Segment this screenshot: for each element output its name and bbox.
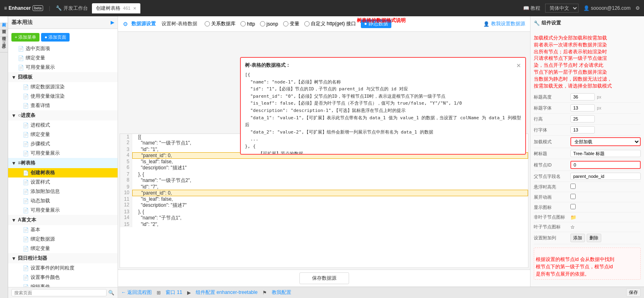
left-panel: 基本用法 ▶ + 添加菜单 ● 添加页面 📄 选中页面项 📄 绑定变量 📄 可用… (8, 16, 118, 298)
prop-row-font: 行字体 (534, 125, 641, 136)
vtab-page-manage[interactable]: 页面管理 (0, 23, 8, 30)
popup-content: [{ "name": "node-1",【必须】树节点的名称 "id": "1"… (245, 71, 521, 155)
help-datasource-btn[interactable]: 👤 教我设置数据源 (483, 20, 525, 27)
list-item[interactable]: 📄 可用变量展示 (8, 149, 118, 158)
component-config-link[interactable]: 组件配置 enhancer-treetable (196, 289, 258, 296)
list-item[interactable]: 📄 动态加载 (8, 196, 118, 206)
radio-http[interactable]: http (240, 21, 255, 27)
center-area: ⚙ 数据源设置 设置树-表格数据 关系数据库 http (118, 16, 530, 287)
back-to-flow-link[interactable]: ← 返回流程图 (121, 289, 152, 296)
popup-title: 树-表格的数据格式： (245, 62, 290, 69)
list-item[interactable]: 📄 绑定变量 (8, 244, 118, 253)
user-info: 👤 soooon@126.com (583, 5, 631, 11)
search-icon[interactable]: 🔍 (108, 290, 114, 296)
label-height-input[interactable] (570, 93, 595, 101)
vtab-http[interactable]: 自定义 Http (0, 37, 8, 53)
right-panel: 🔧 组件设置 加载模式分为全部加载和按需加载 前者表示一次请求所有数据并渲染 出… (530, 16, 644, 287)
radio-static-btn[interactable]: ● 静态数据 (361, 20, 391, 28)
close-tab-icon[interactable]: ✕ (133, 6, 136, 11)
list-item[interactable]: 📄 设置事件的时间粒度 (8, 263, 118, 273)
root-id-input[interactable] (570, 161, 641, 169)
table-row: 12 "description": "描述7" (120, 202, 528, 209)
save-btn-row: 保存数据源 (118, 270, 530, 287)
list-item[interactable]: 📄 绑定变量 (8, 130, 118, 139)
row-height-input[interactable] (570, 115, 595, 123)
radio-jsonp[interactable]: jsonp (260, 21, 278, 27)
prop-label-height: 标题高度 px (534, 92, 641, 103)
list-item-create-tree[interactable]: 📄 创建树表格 (8, 168, 118, 177)
popup-header: 树-表格的数据格式： ✕ (245, 62, 521, 69)
table-row: 15 "id": "2", (120, 221, 528, 227)
app-logo: ≡ Enhancer beta (4, 5, 43, 11)
list-item[interactable]: 📄 绑定数据源 (8, 234, 118, 244)
table-row: 14 "name": "子节点1", (120, 215, 528, 221)
list-item[interactable]: 📄 设置事件颜色 (8, 273, 118, 282)
group-progress[interactable]: ▼ ○进度条 (8, 110, 118, 121)
prop-tree-title-label: 树标题 (534, 151, 570, 157)
search-input[interactable] (11, 289, 107, 296)
popup-close-btn[interactable]: ✕ (516, 62, 521, 69)
bottom-bar: ← 返回流程图 ⊞ 窗口 11 ▶ 组件配置 enhancer-treetabl… (118, 287, 644, 298)
source-types: 关系数据库 http jsonp 变量 (205, 20, 391, 28)
list-item[interactable]: 📄 基本 (8, 225, 118, 234)
prop-non-leaf-icon: 非叶子节点图标 📁 (534, 213, 641, 222)
prop-leaf-icon: 叶子节点图标 ☆ (534, 222, 641, 232)
prop-tree-title: 树标题 (534, 148, 641, 159)
row-font-input[interactable] (570, 126, 595, 134)
list-item[interactable]: 📄 查看详情 (8, 101, 118, 110)
load-mode-select[interactable]: 全部加载 按需加载 (570, 137, 641, 146)
list-item[interactable]: 📄 使用变量做渲染 (8, 92, 118, 101)
guide-link[interactable]: 教我配置 (272, 289, 291, 296)
windows-link[interactable]: 窗口 11 (166, 289, 182, 296)
add-col-btn[interactable]: 添加 (570, 234, 585, 242)
save-datasource-btn[interactable]: 保存数据源 (299, 272, 349, 284)
save-final-btn[interactable]: 保存 (626, 288, 641, 297)
gear-icon: ⚙ (123, 21, 128, 27)
list-item[interactable]: 📄 绑定变量 (8, 53, 118, 63)
settings-icon[interactable]: ⚙ (635, 5, 640, 11)
show-icon-checkbox[interactable] (570, 204, 576, 209)
table-row: 8 "name": "一级子节点2", (120, 177, 528, 184)
list-item[interactable]: 📄 添加附加信息 (8, 187, 118, 196)
left-panel-header: 基本用法 ▶ (8, 16, 118, 29)
tree-title-input[interactable] (570, 150, 641, 157)
group-template[interactable]: ▼ 囧模板 (8, 72, 118, 82)
px-label2: px (597, 106, 601, 110)
prop-expand-anim-label: 展开动画 (534, 194, 570, 200)
vtab-component[interactable]: 组件管理 (0, 30, 8, 37)
radio-db[interactable]: 关系数据库 (205, 20, 236, 27)
prop-expand-anim: 展开动画 (534, 192, 641, 202)
list-item[interactable]: 📄 编辑事件 (8, 282, 118, 287)
radio-var[interactable]: 变量 (283, 20, 299, 27)
table-row: 5 "is_leaf": false, (120, 159, 528, 164)
list-item[interactable]: 📄 设置样式 (8, 177, 118, 187)
expand-anim-checkbox[interactable] (570, 194, 576, 199)
radio-custom-http[interactable]: 自定义 http(get) 接口 (304, 20, 356, 27)
group-rich[interactable]: ▼ A富文本 (8, 215, 118, 225)
annotation-right: 加载模式分为全部加载和按需加载 前者表示一次请求所有数据并渲染 出所有节点；后者… (534, 29, 641, 89)
hover-highlight-checkbox[interactable] (570, 184, 576, 189)
prop-label-height-label: 标题高度 (534, 94, 570, 100)
parent-field-input[interactable] (570, 173, 641, 180)
group-calendar[interactable]: ▼ 囧日程计划器 (8, 253, 118, 263)
list-item[interactable]: 📄 绑定数据源渲染 (8, 82, 118, 92)
list-item[interactable]: 📄 进程模式 (8, 121, 118, 130)
del-col-btn[interactable]: 删除 (587, 234, 601, 242)
language-select[interactable]: 简体中文 (545, 4, 579, 13)
prop-row-font-label: 行字体 (534, 127, 570, 133)
tutorial-link[interactable]: 📖 教程 (523, 5, 540, 12)
workbench-link[interactable]: 🔧 开发工作台 (56, 5, 88, 12)
active-tab[interactable]: 创建树表格 461 ✕ (92, 3, 140, 13)
add-page-btn[interactable]: ● 添加页面 (41, 33, 70, 42)
play-icon[interactable]: ▶ (111, 20, 114, 25)
group-tree[interactable]: ▼ ≡树表格 (8, 158, 118, 168)
list-item[interactable]: 📄 可用变量展示 (8, 206, 118, 215)
list-item[interactable]: 📄 可用变量展示 (8, 63, 118, 72)
list-item[interactable]: 📄 步骤模式 (8, 139, 118, 149)
logo-text: Enhancer (9, 5, 31, 11)
title-font-input[interactable] (570, 104, 595, 112)
prop-title-font-label: 标题字体 (534, 105, 570, 111)
add-menu-btn[interactable]: + 添加菜单 (11, 33, 39, 42)
list-item[interactable]: 📄 选中页面项 (8, 44, 118, 53)
vtab-page-tree[interactable]: 页面树 (0, 16, 8, 23)
